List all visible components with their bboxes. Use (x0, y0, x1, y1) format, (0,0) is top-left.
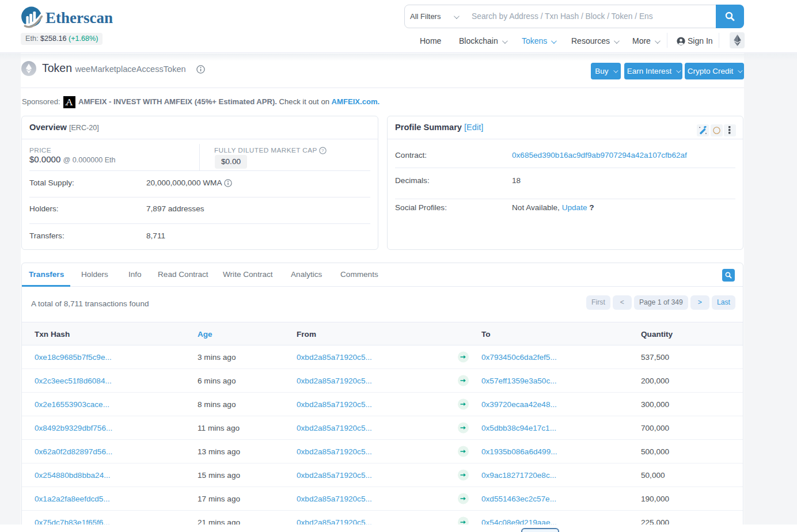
svg-text:?: ? (321, 148, 324, 153)
svg-text:A: A (66, 97, 73, 108)
